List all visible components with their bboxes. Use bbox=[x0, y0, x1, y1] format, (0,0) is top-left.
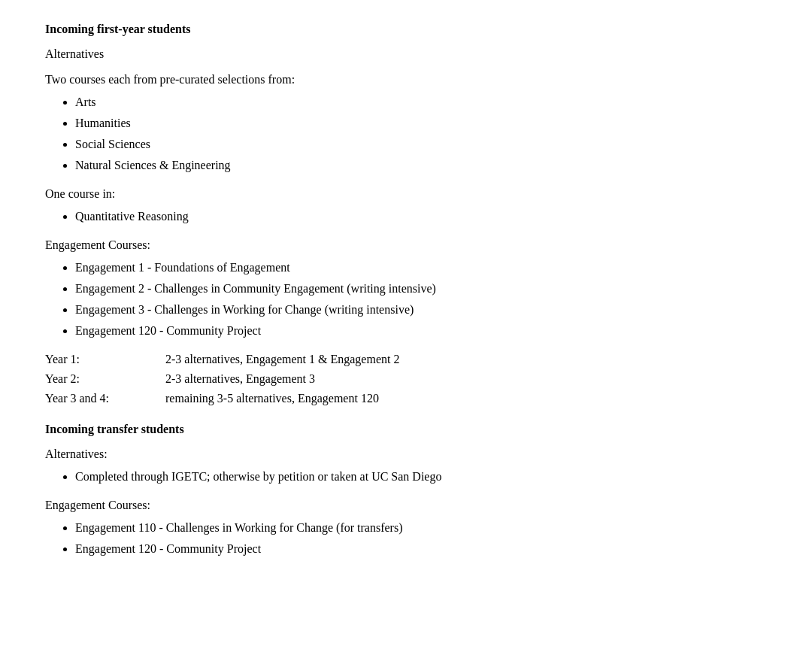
list-item: Completed through IGETC; otherwise by pe… bbox=[75, 468, 767, 486]
one-course-label: One course in: bbox=[45, 185, 767, 203]
schedule-year34-value: remaining 3-5 alternatives, Engagement 1… bbox=[165, 390, 767, 408]
schedule-year1-label: Year 1: bbox=[45, 350, 165, 368]
list-item: Social Sciences bbox=[75, 135, 767, 153]
one-course-list: Quantitative Reasoning bbox=[75, 208, 767, 226]
transfer-alternatives-list: Completed through IGETC; otherwise by pe… bbox=[75, 468, 767, 486]
schedule-row: Year 3 and 4: remaining 3-5 alternatives… bbox=[45, 390, 767, 408]
transfer-alternatives-label: Alternatives: bbox=[45, 445, 767, 463]
transfer-section: Incoming transfer students Alternatives:… bbox=[45, 423, 767, 558]
transfer-engagement-label: Engagement Courses: bbox=[45, 496, 767, 514]
schedule-year1-value: 2-3 alternatives, Engagement 1 & Engagem… bbox=[165, 350, 767, 368]
schedule-row: Year 2: 2-3 alternatives, Engagement 3 bbox=[45, 370, 767, 388]
list-item: Natural Sciences & Engineering bbox=[75, 156, 767, 174]
schedule-year2-value: 2-3 alternatives, Engagement 3 bbox=[165, 370, 767, 388]
first-year-heading: Incoming first-year students bbox=[45, 23, 767, 36]
list-item: Arts bbox=[75, 93, 767, 111]
list-item: Engagement 120 - Community Project bbox=[75, 540, 767, 558]
alternatives-label: Alternatives bbox=[45, 45, 767, 63]
list-item: Engagement 3 - Challenges in Working for… bbox=[75, 301, 767, 319]
schedule-table: Year 1: 2-3 alternatives, Engagement 1 &… bbox=[45, 350, 767, 408]
list-item: Engagement 1 - Foundations of Engagement bbox=[75, 259, 767, 277]
list-item: Quantitative Reasoning bbox=[75, 208, 767, 226]
list-item: Engagement 120 - Community Project bbox=[75, 322, 767, 340]
schedule-year2-label: Year 2: bbox=[45, 370, 165, 388]
list-item: Humanities bbox=[75, 114, 767, 132]
schedule-row: Year 1: 2-3 alternatives, Engagement 1 &… bbox=[45, 350, 767, 368]
first-year-section: Incoming first-year students Alternative… bbox=[45, 23, 767, 408]
alternatives-intro: Two courses each from pre-curated select… bbox=[45, 71, 767, 89]
schedule-year34-label: Year 3 and 4: bbox=[45, 390, 165, 408]
alternatives-list: Arts Humanities Social Sciences Natural … bbox=[75, 93, 767, 174]
engagement-courses-label: Engagement Courses: bbox=[45, 236, 767, 254]
transfer-engagement-list: Engagement 110 - Challenges in Working f… bbox=[75, 519, 767, 558]
list-item: Engagement 2 - Challenges in Community E… bbox=[75, 280, 767, 298]
list-item: Engagement 110 - Challenges in Working f… bbox=[75, 519, 767, 537]
transfer-heading: Incoming transfer students bbox=[45, 423, 767, 436]
engagement-list: Engagement 1 - Foundations of Engagement… bbox=[75, 259, 767, 340]
